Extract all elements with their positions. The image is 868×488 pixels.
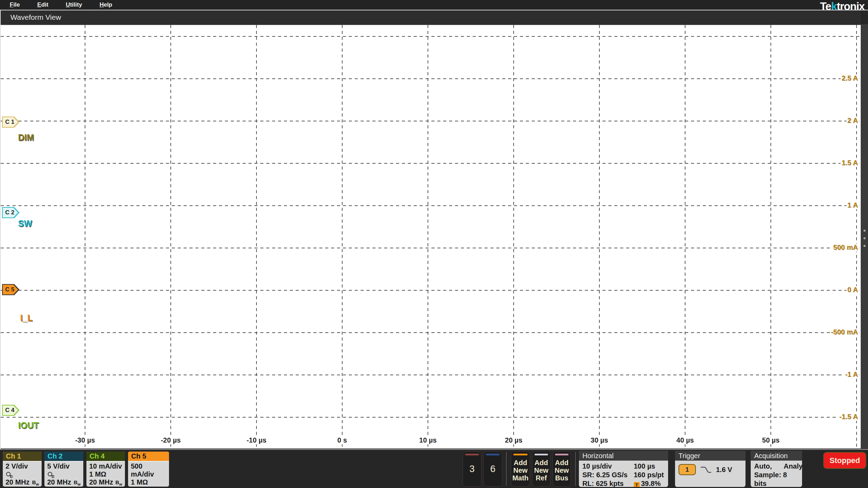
add-new-ref-button[interactable]: Add New Ref: [532, 451, 550, 487]
scale-value: 2 V/div: [6, 462, 39, 470]
scale-value: 5 V/div: [47, 462, 81, 470]
resolution: 160 ps/pt: [634, 471, 664, 479]
add-new-math-label: Add New Math: [511, 459, 530, 482]
channel-panel-ch5[interactable]: Ch 5 500 mA/div 1 MΩ 20 MHzBw: [128, 452, 169, 487]
plot-right-handle-strip[interactable]: [861, 24, 868, 449]
horizontal-panel[interactable]: Horizontal 10 µs/div SR: 6.25 GS/s RL: 6…: [579, 451, 668, 487]
channel-panel-ch1[interactable]: Ch 1 2 V/div 20 MHzBw: [3, 452, 42, 487]
horizontal-scale: 10 µs/div: [582, 462, 634, 471]
trigger-level: 1.6 V: [716, 465, 732, 474]
add-new-bus-label: Add New Bus: [553, 459, 571, 482]
channel-badge-c4[interactable]: C 4: [2, 405, 19, 416]
horizontal-panel-title: Horizontal: [579, 451, 668, 461]
waveform-graticule: [1, 24, 861, 449]
trigger-source-badge: 1: [679, 464, 696, 475]
menu-edit[interactable]: Edit: [37, 1, 48, 8]
trigger-position: 39.8%: [641, 480, 661, 487]
trigger-panel[interactable]: Trigger 1 1.6 V: [675, 451, 745, 487]
handle-dot: [863, 237, 866, 239]
channel-3-button[interactable]: 3: [463, 451, 481, 487]
acquisition-panel-title: Acquisition: [751, 451, 802, 461]
channel-6-stripe: [486, 454, 500, 455]
channel-badge-c2[interactable]: C 2: [2, 207, 19, 218]
scale-value: 500 mA/div: [131, 462, 166, 478]
acq-analyze: Analyze: [784, 462, 802, 471]
bandwidth-limit-icon: Bw: [32, 478, 39, 487]
channel-panel-header: Ch 2: [44, 452, 83, 462]
impedance-value: 1 MΩ: [131, 478, 166, 486]
bandwidth-value: 20 MHz: [131, 486, 155, 487]
separator: [575, 452, 576, 486]
channel-3-label: 3: [469, 464, 474, 474]
bandwidth-value: 20 MHz: [89, 478, 113, 486]
trigger-panel-title: Trigger: [675, 451, 745, 461]
channel-panel-header: Ch 5: [128, 452, 169, 462]
bus-stripe: [555, 454, 568, 455]
math-stripe: [513, 454, 527, 455]
acq-sample: Sample: 8 bits: [754, 471, 799, 487]
sample-rate: SR: 6.25 GS/s: [582, 471, 634, 479]
impedance-value: 1 MΩ: [89, 470, 122, 478]
acq-mode: Auto,: [754, 462, 772, 471]
add-new-bus-button[interactable]: Add New Bus: [553, 451, 571, 487]
run-stop-indicator[interactable]: Stopped: [823, 452, 866, 469]
window-length: 100 µs: [634, 462, 664, 471]
channel-6-label: 6: [490, 464, 495, 474]
tab-waveform-view[interactable]: Waveform View: [10, 13, 61, 22]
add-new-math-button[interactable]: Add New Math: [511, 451, 530, 487]
probe-icon: [47, 471, 55, 478]
bandwidth-value: 20 MHz: [47, 478, 71, 486]
handle-dot: [863, 230, 866, 232]
view-tab-strip: Waveform View: [1, 10, 861, 24]
settings-bar: Ch 1 2 V/div 20 MHzBw Ch 2 5 V/div 20 MH…: [0, 449, 868, 488]
channel-6-button[interactable]: 6: [483, 451, 502, 487]
menu-file[interactable]: File: [10, 1, 20, 8]
channel-3-stripe: [465, 454, 479, 455]
bandwidth-limit-icon: Bw: [116, 478, 122, 487]
ref-stripe: [534, 454, 548, 455]
record-length: RL: 625 kpts: [582, 479, 634, 487]
channel-badge-c1[interactable]: C 1: [2, 117, 19, 128]
channel-panel-header: Ch 1: [3, 452, 42, 462]
channel-badge-c5[interactable]: C 5: [2, 284, 19, 295]
channel-panel-ch4[interactable]: Ch 4 10 mA/div 1 MΩ 20 MHzBw: [86, 452, 125, 487]
channel-panel-ch2[interactable]: Ch 2 5 V/div 20 MHzBw: [44, 452, 83, 487]
add-new-ref-label: Add New Ref: [532, 459, 550, 482]
menu-bar: File Edit Utility Help: [0, 0, 868, 10]
channel-panel-header: Ch 4: [86, 452, 125, 462]
scale-value: 10 mA/div: [89, 462, 122, 470]
menu-utility[interactable]: Utility: [66, 1, 82, 8]
bandwidth-limit-icon: Bw: [160, 486, 166, 487]
separator: [506, 452, 507, 486]
acquisition-panel[interactable]: Acquisition Auto,Analyze Sample: 8 bits …: [751, 451, 802, 487]
bandwidth-limit-icon: Bw: [74, 478, 81, 487]
trigger-position-icon: T: [634, 482, 640, 487]
oscilloscope-app: File Edit Utility Help Tektronix Wavefor…: [0, 0, 868, 488]
probe-icon: [6, 471, 13, 478]
bandwidth-value: 20 MHz: [6, 478, 30, 486]
falling-edge-icon: [700, 466, 712, 473]
handle-dot: [863, 245, 866, 247]
menu-help[interactable]: Help: [100, 1, 112, 8]
